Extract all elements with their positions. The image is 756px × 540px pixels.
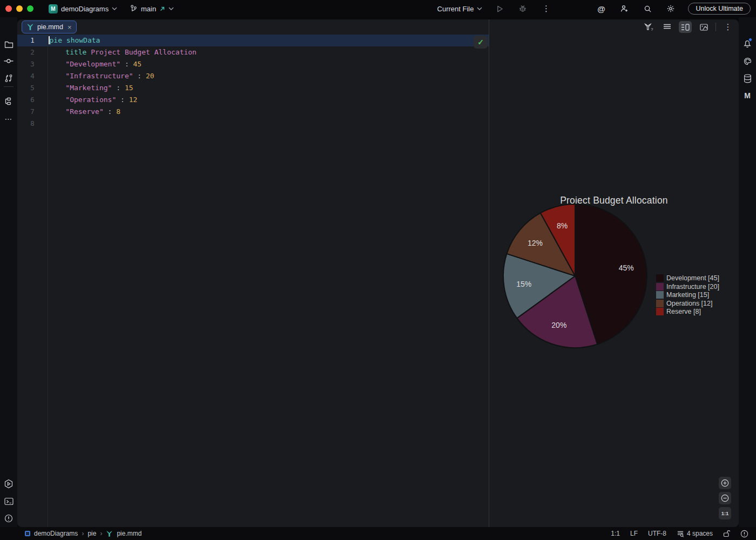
project-module-icon xyxy=(25,531,30,536)
legend-item: Operations [12] xyxy=(656,300,719,307)
preview-zoom-controls: 1:1 xyxy=(719,477,731,519)
editor-tab-bar: pie.mmd × ? ⋮ xyxy=(17,19,739,35)
settings-gear-icon[interactable] xyxy=(665,3,677,15)
line-number: 7 xyxy=(17,106,48,118)
structure-tool-icon[interactable] xyxy=(3,96,14,106)
code-line[interactable]: 2 title Project Budget Allocation xyxy=(17,46,489,58)
line-number: 3 xyxy=(17,58,48,70)
line-number: 4 xyxy=(17,70,48,82)
line-ending-widget[interactable]: LF xyxy=(630,530,638,537)
run-config-selector[interactable]: Current File xyxy=(437,0,483,17)
diagram-preview-pane[interactable]: Project Budget Allocation 45%20%15%12%8%… xyxy=(489,35,739,527)
legend-label: Development [45] xyxy=(666,274,719,282)
notification-badge xyxy=(748,38,752,42)
legend-swatch xyxy=(656,308,664,315)
more-actions-kebab-icon[interactable]: ⋮ xyxy=(540,3,552,15)
code-line[interactable]: 7 "Reserve" : 8 xyxy=(17,106,489,118)
project-widget[interactable]: M demoDiagrams xyxy=(49,0,117,17)
caret-position-widget[interactable]: 1:1 xyxy=(611,530,620,537)
mermaid-syntax-help-icon[interactable]: ? xyxy=(642,21,655,33)
git-branch-icon xyxy=(130,4,138,13)
status-bar: demoDiagrams › pie › pie.mmd 1:1 LF UTF-… xyxy=(0,527,756,540)
code-editor[interactable]: 1pie showData2 title Project Budget Allo… xyxy=(17,35,489,527)
breadcrumb-file[interactable]: pie.mmd xyxy=(117,530,141,537)
notifications-bell-icon[interactable] xyxy=(742,38,753,49)
pie-slice-label: 15% xyxy=(516,280,531,288)
inspection-status-check-icon[interactable]: ✓ xyxy=(474,36,488,49)
legend-label: Marketing [15] xyxy=(666,291,709,299)
svg-text:?: ? xyxy=(651,27,653,31)
line-number: 2 xyxy=(17,46,48,58)
commit-tool-icon[interactable] xyxy=(3,56,14,66)
services-tool-icon[interactable] xyxy=(3,478,14,489)
legend-item: Marketing [15] xyxy=(656,291,719,299)
breadcrumb: demoDiagrams › pie › pie.mmd xyxy=(25,530,141,537)
legend-swatch xyxy=(656,291,664,299)
ai-chat-tool-icon[interactable] xyxy=(742,56,753,66)
tab-pie-mmd[interactable]: pie.mmd × xyxy=(22,21,77,33)
run-button[interactable] xyxy=(494,3,505,15)
pie-slice-label: 20% xyxy=(551,321,566,329)
legend-swatch xyxy=(656,274,664,282)
indent-icon xyxy=(677,530,684,537)
more-tools-icon[interactable]: ⋯ xyxy=(3,113,14,124)
chevron-down-icon xyxy=(477,7,482,10)
debug-button[interactable] xyxy=(517,3,529,15)
code-line[interactable]: 1pie showData xyxy=(17,35,489,46)
chevron-down-icon xyxy=(168,7,174,10)
ai-assistant-icon[interactable]: @ xyxy=(595,3,607,15)
breadcrumb-folder[interactable]: pie xyxy=(87,530,96,537)
legend-item: Reserve [8] xyxy=(656,308,719,315)
problems-tool-icon[interactable] xyxy=(3,513,14,524)
tab-close-icon[interactable]: × xyxy=(68,23,72,31)
code-with-me-add-user-icon[interactable] xyxy=(618,3,630,15)
line-number: 6 xyxy=(17,94,48,106)
preview-only-view-icon[interactable] xyxy=(697,21,710,33)
breadcrumb-separator: › xyxy=(82,530,84,537)
window-close-button[interactable] xyxy=(5,5,12,12)
mermaid-file-icon xyxy=(106,530,113,537)
terminal-tool-icon[interactable] xyxy=(3,496,14,507)
background-tasks-status-icon[interactable] xyxy=(740,530,748,538)
pie-chart[interactable]: 45%20%15%12%8% xyxy=(498,199,652,353)
legend-label: Infrastructure [20] xyxy=(666,283,719,291)
window-zoom-button[interactable] xyxy=(27,5,33,12)
branch-name: main xyxy=(141,5,156,13)
pie-slice-label: 45% xyxy=(619,264,634,272)
legend-swatch xyxy=(656,300,664,307)
database-tool-icon[interactable] xyxy=(742,73,753,84)
code-line[interactable]: 8 xyxy=(17,118,489,130)
editor-only-view-icon[interactable] xyxy=(660,21,673,33)
outgoing-commits-arrow-icon xyxy=(159,6,165,12)
chart-legend: Development [45]Infrastructure [20]Marke… xyxy=(656,274,719,315)
zoom-reset-button[interactable]: 1:1 xyxy=(719,507,731,519)
code-line[interactable]: 4 "Infrastructure" : 20 xyxy=(17,70,489,82)
code-line[interactable]: 5 "Marketing" : 15 xyxy=(17,82,489,94)
mermaid-chart-tool-icon[interactable]: M xyxy=(742,90,753,101)
legend-item: Development [45] xyxy=(656,274,719,282)
write-access-unlocked-icon[interactable] xyxy=(723,530,730,537)
encoding-widget[interactable]: UTF-8 xyxy=(648,530,666,537)
window-minimize-button[interactable] xyxy=(16,5,23,12)
legend-item: Infrastructure [20] xyxy=(656,283,719,291)
chevron-down-icon xyxy=(112,7,117,10)
breadcrumb-project[interactable]: demoDiagrams xyxy=(34,530,78,537)
mermaid-file-icon xyxy=(26,23,34,31)
zoom-out-button[interactable] xyxy=(719,492,731,504)
tab-label: pie.mmd xyxy=(37,23,63,31)
project-tool-folder-icon[interactable] xyxy=(3,39,14,50)
unlock-ultimate-button[interactable]: Unlock Ultimate xyxy=(688,3,751,15)
vcs-widget[interactable]: main xyxy=(130,0,174,17)
pull-requests-tool-icon[interactable] xyxy=(3,73,14,84)
legend-label: Operations [12] xyxy=(666,300,712,307)
code-line[interactable]: 6 "Operations" : 12 xyxy=(17,94,489,106)
editor-options-kebab-icon[interactable]: ⋮ xyxy=(721,21,734,33)
code-line[interactable]: 3 "Development" : 45 xyxy=(17,58,489,70)
search-everywhere-icon[interactable] xyxy=(642,3,653,15)
zoom-in-button[interactable] xyxy=(719,477,731,489)
legend-swatch xyxy=(656,283,664,291)
split-editor-preview-view-icon[interactable] xyxy=(679,21,692,33)
line-number: 1 xyxy=(17,35,48,46)
gutter-divider xyxy=(48,35,48,527)
indent-widget[interactable]: 4 spaces xyxy=(677,530,713,537)
